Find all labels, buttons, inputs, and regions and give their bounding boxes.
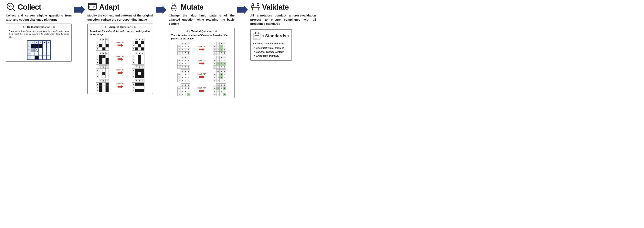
cell-1-5 xyxy=(46,44,50,48)
mutate-matrix-5: ABC D148 E352 F976 xyxy=(171,70,197,82)
adapted-label: ↓ Adapted Question ↓ xyxy=(89,26,151,28)
arrow-3-svg xyxy=(237,6,248,14)
svg-marker-28 xyxy=(237,6,248,14)
adapt-matrix-4: ABC D E F xyxy=(125,52,151,64)
mutate-matrix-2: ABC D851 E364 F972 xyxy=(207,42,232,55)
svg-point-8 xyxy=(92,4,92,4)
mutate-arrow-3: Input: "B" xyxy=(198,73,206,78)
grid-row2: 2 xyxy=(27,48,31,52)
adapt-matrix-6: ABC D E F xyxy=(125,65,151,78)
cell-1-4 xyxy=(42,44,46,48)
input-label-d: Input: "D" xyxy=(116,83,124,85)
mutated-matrices-2: ABC D148 E352 F976 Input: "B" ABC xyxy=(171,70,232,96)
adapt-matrix-3: ABC D E F xyxy=(89,52,115,64)
mutate-arrow-1: Input: "B" xyxy=(198,46,206,51)
adapt-desc: Modify the context and patterns of the o… xyxy=(87,13,153,22)
clipboard-icon xyxy=(253,32,261,40)
cell-1-1 xyxy=(31,44,35,48)
diamond-icon6 xyxy=(215,30,217,32)
mutate-input-b2: Input: "B" xyxy=(198,73,206,75)
validate-desc: All annotators conduct a cross-validatio… xyxy=(250,13,316,26)
input-label-b2: Input: "B" xyxy=(116,55,124,57)
svg-rect-37 xyxy=(256,32,258,34)
adapt-icon xyxy=(87,2,98,12)
grid-col3: 3 xyxy=(39,40,42,44)
grid-row4: 4 xyxy=(27,56,31,60)
cell-2-3 xyxy=(39,48,42,52)
cell-2-1 xyxy=(31,48,35,52)
mutate-desc: Change the algorithmic patterns of the a… xyxy=(169,13,234,26)
standards-item-3: ✓ Entry-level Difficulty xyxy=(253,54,289,57)
cell-4-4 xyxy=(42,56,46,60)
diamond-icon xyxy=(22,26,24,28)
cell-1-2 xyxy=(35,44,39,48)
cell-4-1 xyxy=(31,56,35,60)
svg-point-7 xyxy=(90,4,91,4)
mutate-input-e: Input: "E" xyxy=(198,60,206,62)
mutate-input-d: Input: "D" xyxy=(198,87,206,89)
cell-2-4 xyxy=(42,48,46,52)
diamond-std-right xyxy=(287,35,289,37)
diamond-icon5 xyxy=(186,30,188,32)
validate-icon xyxy=(250,2,260,12)
adapt-matrix-1: ABC D E F xyxy=(89,38,115,50)
collect-header: Collect xyxy=(6,2,41,12)
collected-grid: 1 2 3 4 5 1 2 xyxy=(27,40,51,60)
mutate-matrix-7: ABC D851 E342 F976 xyxy=(171,84,197,96)
collected-question-box: ↓ Collected Question ↓ Apply color trans… xyxy=(6,24,72,62)
svg-point-30 xyxy=(257,3,259,5)
cell-1-3 xyxy=(39,44,42,48)
cell-3-4 xyxy=(42,52,46,56)
svg-rect-36 xyxy=(254,33,260,40)
arrow-2 xyxy=(155,2,167,14)
cell-3-3 xyxy=(39,52,42,56)
validate-section: Validate All annotators conduct a cross-… xyxy=(248,2,318,61)
input-label-e: Input: "E" xyxy=(116,69,124,71)
svg-rect-31 xyxy=(251,8,260,8)
arrow-1 xyxy=(74,2,86,14)
collect-icon xyxy=(6,2,16,12)
cell-3-5 xyxy=(46,52,50,56)
svg-marker-2 xyxy=(36,49,37,50)
svg-marker-27 xyxy=(199,89,204,92)
mutate-matrix-8: ABC D851 E342 F976 xyxy=(207,84,232,96)
collect-desc: Collect and screen eligible questions fr… xyxy=(6,13,72,22)
svg-point-29 xyxy=(252,3,254,5)
mutate-matrix-4: ABC D851 E346 F972 xyxy=(207,56,232,69)
standards-item-text-3: Entry-level Difficulty xyxy=(256,54,279,57)
mutate-header: Mutate xyxy=(169,2,203,12)
adapted-question-text: Transform the color of the matrix based … xyxy=(89,30,151,36)
svg-marker-3 xyxy=(74,6,85,14)
diamond-icon2 xyxy=(53,26,55,28)
collected-label: ↓ Collected Question ↓ xyxy=(8,26,70,28)
adapt-arrow-input-4: Input: "D" xyxy=(116,83,124,88)
standards-item-text-1: Essential Visual Context xyxy=(256,47,284,50)
play-button[interactable] xyxy=(35,48,38,52)
adapt-matrix-5: ABC D E F xyxy=(89,65,115,78)
diamond-icon3 xyxy=(104,26,107,28)
adapted-matrices: ABC D E F Input: "B" AB xyxy=(89,38,151,64)
validate-title: Validate xyxy=(262,3,289,12)
arrow-3 xyxy=(236,2,248,14)
adapt-arrow-input-2: Input: "B" xyxy=(116,55,124,61)
svg-marker-14 xyxy=(118,44,123,47)
svg-marker-16 xyxy=(118,71,123,74)
cell-3-2 xyxy=(35,52,39,56)
standards-item-2: ✓ Minimal Textual Content xyxy=(253,50,289,53)
cell-4-3 xyxy=(39,56,42,60)
standards-header: Standards xyxy=(253,32,289,40)
validate-header: Validate xyxy=(250,2,289,12)
mutate-icon xyxy=(169,2,179,12)
grid-row1: 1 xyxy=(27,44,31,48)
adapted-matrices-2: ABC D E F Input: "E" ABC xyxy=(89,65,151,92)
mutate-arrow-2: Input: "E" xyxy=(198,60,206,65)
cell-2-2 xyxy=(35,48,39,52)
grid-col2: 2 xyxy=(35,40,39,44)
mutate-title: Mutate xyxy=(180,3,203,12)
grid-col1: 1 xyxy=(31,40,35,44)
mutated-question-box: ↓ Mutated Question ↓ Transform the numbe… xyxy=(169,28,234,98)
grid-col4: 4 xyxy=(42,40,46,44)
adapt-title: Adapt xyxy=(99,3,119,12)
mutated-label: ↓ Mutated Question ↓ xyxy=(171,30,232,32)
arrow-1-svg xyxy=(74,6,85,14)
